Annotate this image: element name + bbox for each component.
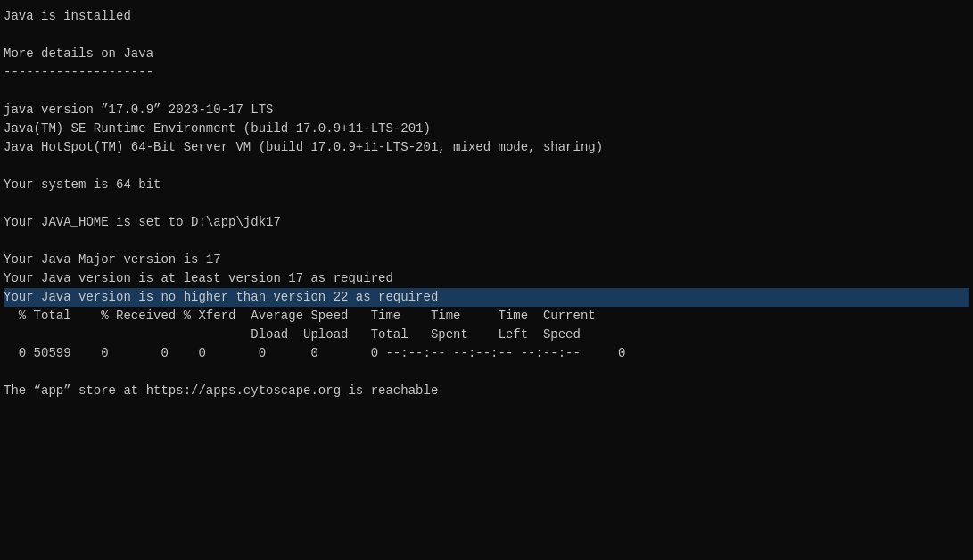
java-home: Your JAVA_HOME is set to D:\app\jdk17 — [4, 213, 969, 232]
curl-data: 0 50599 0 0 0 0 0 0 --:--:-- --:--:-- --… — [4, 344, 969, 363]
empty-line — [4, 157, 969, 176]
empty-line — [4, 232, 969, 251]
java-runtime: Java(TM) SE Runtime Environment (build 1… — [4, 119, 969, 138]
empty-line — [4, 194, 969, 213]
separator: -------------------- — [4, 63, 969, 82]
terminal-window: Java is installedMore details on Java---… — [4, 7, 969, 400]
java-version: java version ”17.0.9” 2023-10-17 LTS — [4, 101, 969, 119]
java-installed: Java is installed — [4, 7, 969, 26]
curl-header2: Dload Upload Total Spent Left Speed — [4, 325, 969, 344]
empty-line — [4, 363, 969, 382]
java-major: Your Java Major version is 17 — [4, 251, 969, 269]
java-hotspot: Java HotSpot(TM) 64-Bit Server VM (build… — [4, 138, 969, 157]
java-nohigher: Your Java version is no higher than vers… — [4, 288, 969, 307]
empty-line — [4, 82, 969, 101]
curl-header: % Total % Received % Xferd Average Speed… — [4, 307, 969, 325]
java-atleast: Your Java version is at least version 17… — [4, 269, 969, 288]
app-store: The “app” store at https://apps.cytoscap… — [4, 382, 969, 400]
terminal-output: Java is installedMore details on Java---… — [4, 7, 969, 400]
more-details-label: More details on Java — [4, 45, 969, 63]
empty-line — [4, 26, 969, 45]
system-64bit: Your system is 64 bit — [4, 176, 969, 194]
